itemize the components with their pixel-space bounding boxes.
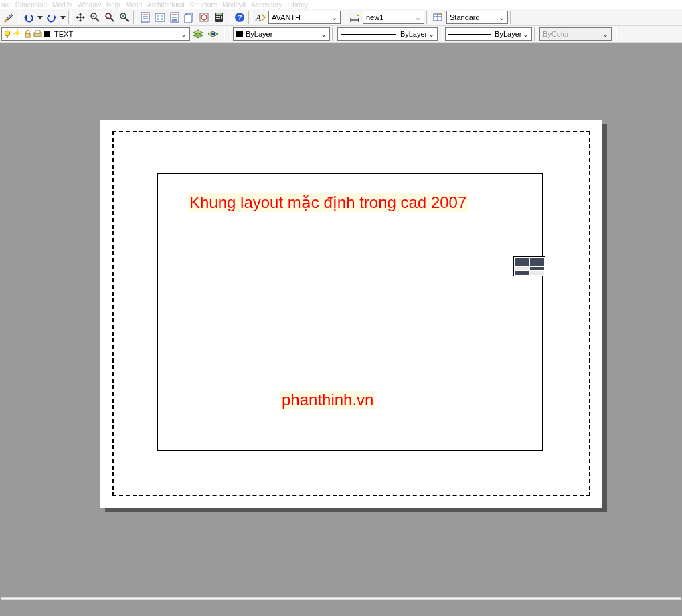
separator [248,11,252,24]
sheet-set-icon[interactable] [183,11,196,24]
annotation-title: Khung layout mặc định trong cad 2007 [187,193,468,212]
menu-item[interactable]: Structure [190,1,218,7]
text-style-value: AVANTH [272,11,301,23]
undo-dropdown-icon[interactable] [37,11,44,24]
layer-previous-icon[interactable] [206,27,220,41]
linetype-combo[interactable]: ByLayer ⌄ [337,27,438,41]
brush-icon[interactable] [1,11,15,24]
text-style-icon[interactable]: A [254,11,267,24]
pan-icon[interactable] [74,11,87,24]
menu-item[interactable]: Help [106,1,120,7]
toolbar-row-1: + ? A AVANTH ⌄ new1 ⌄ [0,9,682,26]
tool-palettes-icon[interactable] [168,11,181,24]
svg-rect-28 [218,16,220,17]
svg-rect-22 [185,15,191,23]
redo-icon[interactable] [45,11,58,24]
menu-item[interactable]: Library [287,1,308,7]
properties-icon[interactable] [139,11,152,24]
redo-dropdown-icon[interactable] [60,11,66,24]
markup-icon[interactable] [197,11,211,24]
table-style-combo[interactable]: Standard ⌄ [446,11,508,24]
dim-style-value: new1 [366,11,383,23]
svg-text:A: A [255,13,261,23]
svg-rect-13 [157,15,159,17]
layer-combo[interactable]: TEXT ⌄ [1,27,190,41]
svg-rect-31 [221,16,222,19]
table-style-icon[interactable] [432,11,445,24]
menu-item[interactable]: aw [1,1,10,7]
separator [133,11,137,24]
bottom-bar [0,600,682,616]
menu-item[interactable]: Dimension [15,1,47,7]
zoom-window-icon[interactable] [103,11,116,24]
svg-rect-27 [216,16,218,17]
dim-style-combo[interactable]: new1 ⌄ [363,11,424,24]
separator [228,11,231,24]
svg-rect-19 [172,17,177,18]
svg-rect-5 [106,14,110,18]
menu-item[interactable]: Accessory [251,1,282,7]
lineweight-sample [448,34,491,35]
chevron-down-icon: ⌄ [319,28,328,40]
text-style-combo[interactable]: AVANTH ⌄ [268,11,341,24]
svg-line-4 [110,18,114,21]
drawing-thumbnail [513,256,545,276]
menu-item[interactable]: Mcad [126,1,142,7]
plotstyle-combo: ByColor ⌄ [539,27,612,41]
layer-properties-icon[interactable] [191,27,205,41]
svg-rect-8 [141,13,149,22]
menu-item[interactable]: ModifyII [222,1,246,7]
svg-rect-29 [216,18,218,19]
chevron-down-icon: ⌄ [497,11,506,23]
chevron-down-icon: ⌄ [427,28,436,40]
table-style-value: Standard [450,11,480,23]
chevron-down-icon: ⌄ [521,28,530,40]
lock-icon [23,29,32,39]
linetype-value: ByLayer [400,28,427,40]
svg-point-43 [15,31,19,35]
design-center-icon[interactable] [153,11,167,24]
separator [534,27,537,41]
bulb-on-icon [3,29,12,39]
svg-rect-50 [35,31,40,33]
dim-style-icon[interactable] [348,11,361,24]
undo-icon[interactable] [22,11,35,24]
menu-item[interactable]: Architectural [147,1,185,7]
layout-workspace[interactable]: Khung layout mặc định trong cad 2007 pha… [0,43,682,616]
zoom-previous-icon[interactable] [118,11,131,24]
sun-icon [13,29,22,39]
quickcalc-icon[interactable] [212,11,226,24]
svg-rect-12 [155,13,165,21]
menubar: aw Dimension Modify Window Help Mcad Arc… [0,0,682,9]
svg-text:?: ? [238,13,242,21]
plotstyle-value: ByColor [543,28,569,40]
svg-rect-30 [218,18,220,19]
lineweight-combo[interactable]: ByLayer ⌄ [445,27,532,41]
separator [426,11,430,24]
separator [17,11,20,24]
svg-rect-16 [161,18,163,20]
menu-item[interactable]: Window [78,1,102,7]
zoom-realtime-icon[interactable]: + [88,11,102,24]
separator [68,11,72,24]
chevron-down-icon: ⌄ [179,28,188,40]
layer-color-swatch [44,31,50,37]
separator [510,11,513,24]
svg-line-7 [125,18,129,21]
svg-point-41 [5,31,10,36]
svg-rect-18 [172,14,177,15]
plot-icon [33,29,42,39]
color-swatch [236,31,243,37]
help-icon[interactable]: ? [233,11,246,24]
svg-line-1 [96,18,99,21]
menu-item[interactable]: Modify [52,1,72,7]
annotation-watermark: phanthinh.vn [280,391,375,409]
color-value: ByLayer [246,28,272,40]
svg-rect-26 [216,13,222,15]
chevron-down-icon: ⌄ [600,28,610,40]
chevron-down-icon: ⌄ [329,11,339,23]
svg-rect-15 [157,18,159,20]
lineweight-value: ByLayer [495,28,521,40]
separator [222,27,225,41]
color-combo[interactable]: ByLayer ⌄ [233,27,330,41]
